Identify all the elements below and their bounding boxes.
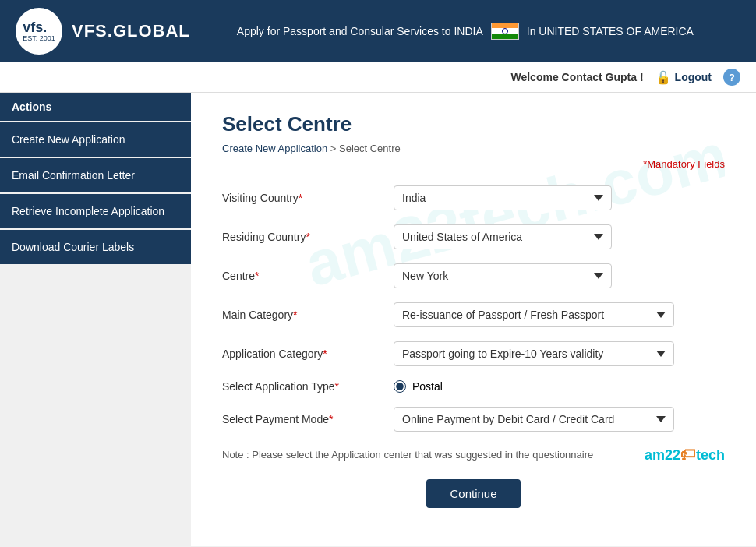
flag-chakra bbox=[502, 28, 508, 34]
india-flag bbox=[491, 23, 519, 40]
postal-label[interactable]: Postal bbox=[412, 380, 443, 393]
form-area: Select Centre Create New Application > S… bbox=[222, 112, 725, 508]
sidebar: Actions Create New Application Email Con… bbox=[0, 93, 191, 546]
required-star: * bbox=[299, 192, 302, 204]
payment-mode-select[interactable]: Online Payment by Debit Card / Credit Ca… bbox=[394, 407, 674, 432]
main-category-row: Main Category* Re-issuance of Passport /… bbox=[222, 302, 725, 327]
logout-label: Logout bbox=[675, 71, 712, 83]
am22-text2: tech bbox=[696, 447, 725, 463]
form-section: Visiting Country* India Residing Country… bbox=[222, 185, 725, 432]
note-row: Note : Please select the Application cen… bbox=[222, 446, 725, 464]
breadcrumb-current: Select Centre bbox=[339, 143, 401, 154]
logo-vfs-sub: EST. 2001 bbox=[23, 34, 55, 42]
flag-white bbox=[492, 28, 518, 34]
sidebar-item-create[interactable]: Create New Application bbox=[0, 122, 191, 157]
centre-row: Centre* New York bbox=[222, 263, 725, 288]
page-title: Select Centre bbox=[222, 112, 725, 136]
brand-text: VFS.GLOBAL bbox=[72, 21, 190, 41]
centre-label: Centre* bbox=[222, 270, 394, 282]
am22-text1: am22 bbox=[645, 447, 680, 463]
app-category-select[interactable]: Passport going to Expire-10 Years validi… bbox=[394, 341, 674, 366]
content-wrapper: am22tech.com Select Centre Create New Ap… bbox=[222, 112, 725, 508]
required-star4: * bbox=[293, 309, 297, 321]
required-star5: * bbox=[323, 348, 327, 360]
logout-icon: 🔓 bbox=[655, 70, 671, 85]
brand-name: VFS.GLOBAL bbox=[72, 21, 190, 41]
app-type-row: Select Application Type* Postal bbox=[222, 380, 725, 393]
header-country: In UNITED STATES OF AMERICA bbox=[527, 25, 694, 37]
centre-select[interactable]: New York bbox=[394, 263, 612, 288]
sidebar-item-download[interactable]: Download Courier Labels bbox=[0, 230, 191, 264]
residing-country-label: Residing Country* bbox=[222, 231, 394, 243]
top-bar: Welcome Contact Gupta ! 🔓 Logout ? bbox=[0, 62, 756, 93]
logout-button[interactable]: 🔓 Logout bbox=[655, 70, 712, 85]
breadcrumb-home[interactable]: Create New Application bbox=[222, 143, 327, 154]
header-tagline: Apply for Passport and Consular Services… bbox=[237, 25, 483, 37]
brand: vfs. EST. 2001 VFS.GLOBAL bbox=[16, 8, 190, 55]
required-star3: * bbox=[255, 270, 259, 282]
am22-logo: am22🏷tech bbox=[645, 446, 725, 464]
visiting-country-row: Visiting Country* India bbox=[222, 185, 725, 210]
sidebar-header: Actions bbox=[0, 93, 191, 121]
main-content: am22tech.com Select Centre Create New Ap… bbox=[191, 93, 756, 546]
app-type-radio-group: Postal bbox=[394, 380, 443, 393]
header: vfs. EST. 2001 VFS.GLOBAL Apply for Pass… bbox=[0, 0, 756, 62]
residing-country-row: Residing Country* United States of Ameri… bbox=[222, 224, 725, 249]
main-category-label: Main Category* bbox=[222, 309, 394, 321]
sidebar-item-email[interactable]: Email Confirmation Letter bbox=[0, 158, 191, 192]
payment-mode-label: Select Payment Mode* bbox=[222, 413, 394, 425]
logo-circle: vfs. EST. 2001 bbox=[16, 8, 62, 55]
continue-button[interactable]: Continue bbox=[426, 479, 520, 508]
main-category-select[interactable]: Re-issuance of Passport / Fresh Passport bbox=[394, 302, 674, 327]
breadcrumb: Create New Application > Select Centre bbox=[222, 143, 725, 154]
help-icon[interactable]: ? bbox=[723, 69, 740, 86]
am22-icon: 🏷 bbox=[680, 446, 696, 463]
residing-country-select[interactable]: United States of America bbox=[394, 224, 612, 249]
app-category-label: Application Category* bbox=[222, 348, 394, 360]
app-type-label: Select Application Type* bbox=[222, 380, 394, 393]
visiting-country-label: Visiting Country* bbox=[222, 192, 394, 204]
payment-mode-row: Select Payment Mode* Online Payment by D… bbox=[222, 407, 725, 432]
required-star6: * bbox=[335, 380, 339, 393]
breadcrumb-sep: > bbox=[330, 143, 337, 154]
welcome-text: Welcome Contact Gupta ! bbox=[510, 71, 643, 83]
visiting-country-select[interactable]: India bbox=[394, 185, 612, 210]
layout: Actions Create New Application Email Con… bbox=[0, 93, 756, 546]
header-center: Apply for Passport and Consular Services… bbox=[190, 23, 740, 40]
flag-green bbox=[492, 34, 518, 39]
sidebar-item-retrieve[interactable]: Retrieve Incomplete Application bbox=[0, 194, 191, 228]
note-text: Note : Please select the Application cen… bbox=[222, 449, 593, 461]
logo-vfs-text: vfs. bbox=[23, 20, 55, 34]
mandatory-note: *Mandatory Fields bbox=[222, 158, 725, 170]
app-category-row: Application Category* Passport going to … bbox=[222, 341, 725, 366]
required-star2: * bbox=[306, 231, 309, 243]
required-star7: * bbox=[329, 413, 333, 425]
postal-radio[interactable] bbox=[394, 380, 406, 393]
